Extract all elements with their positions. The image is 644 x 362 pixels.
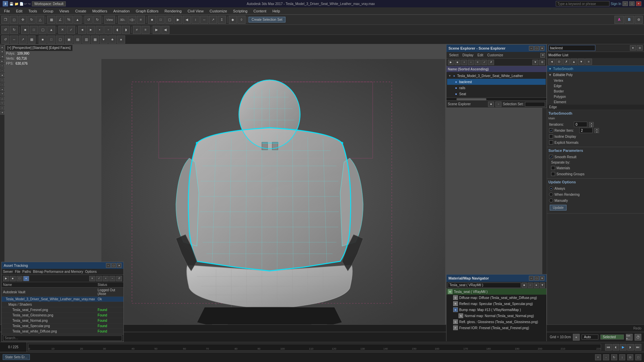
left-tool-2[interactable]: ▼ [0, 50, 4, 54]
tb2-15[interactable]: ≠ [133, 26, 141, 34]
mat-bump[interactable]: B Bump map: Map #13 ( VRayNormalMap ) [446, 307, 546, 313]
se-edit-menu[interactable]: Edit [476, 53, 485, 57]
sign-in-btn[interactable]: Sign In [611, 2, 621, 6]
tool5[interactable]: ◀ [183, 16, 191, 24]
add-time-btn[interactable]: ⏱ [635, 334, 641, 341]
vp-field-of-view[interactable]: ⊙ [627, 354, 633, 360]
edpoly-polygon[interactable]: Polygon [547, 94, 644, 99]
set-key-btn[interactable]: Set K... [626, 334, 633, 341]
mat-diffuse[interactable]: D Diffuse map: Diffuse (Tesla_seat_white… [446, 295, 546, 301]
pb-next[interactable]: ⏵ [627, 344, 634, 351]
se-close-btn[interactable]: ✕ [540, 53, 545, 58]
tool7[interactable]: ↔ [200, 16, 208, 24]
vp-orbit-btn[interactable]: ↺ [1, 36, 9, 44]
menu-rendering[interactable]: Rendering [162, 8, 184, 14]
left-tool-4[interactable]: ► [0, 59, 4, 63]
render-iters-down[interactable]: ▾ [594, 131, 599, 133]
tool2[interactable]: □ [157, 16, 165, 24]
left-tool-10[interactable]: ● [0, 87, 4, 91]
tb2-16[interactable]: ≡ [142, 26, 150, 34]
tb2-1[interactable]: ↺ [1, 26, 9, 34]
asset-row-4[interactable]: Tesla_seat_Glossiness.png Found [2, 313, 123, 318]
at-tb-1[interactable]: ▶ [3, 276, 9, 281]
vp-zoom-out[interactable]: - [603, 354, 609, 360]
se-tb-3[interactable]: + [461, 60, 467, 65]
left-tool-6[interactable]: − [0, 68, 4, 72]
tb2-18[interactable]: ◀ [161, 26, 169, 34]
tb2-14[interactable]: ◗ [122, 26, 130, 34]
render-btn[interactable]: A [614, 16, 624, 24]
scene-explorer-restore[interactable]: □ [534, 46, 539, 51]
vp-2[interactable]: □ [47, 36, 55, 44]
tb2-7[interactable]: ✕ [58, 26, 66, 34]
left-tool-3[interactable]: ◄ [0, 54, 4, 58]
at-tb-4[interactable]: ● [23, 276, 29, 281]
create-selection-btn[interactable]: Create Selection Set [249, 17, 285, 22]
pb-end[interactable]: ⏭ [635, 344, 641, 351]
menu-animation[interactable]: Animation [111, 8, 132, 14]
menu-scripting[interactable]: Scripting [230, 8, 250, 14]
render-iters-checkbox[interactable]: ✓ [549, 128, 553, 132]
left-tool-5[interactable]: + [0, 64, 4, 68]
at-tb-9[interactable]: ↺ [116, 276, 122, 281]
menu-file[interactable]: File [1, 8, 13, 14]
search-input[interactable] [556, 1, 609, 6]
at-minimize[interactable]: − [106, 263, 111, 268]
edpoly-border[interactable]: Border [547, 88, 644, 94]
mat-fresnel[interactable]: F Fresnel IOR: Fresnel (Tesla_seat_Fresn… [446, 325, 546, 331]
mirror-btn[interactable]: ◁▷ [128, 16, 136, 24]
tb2-4[interactable]: □ [30, 26, 38, 34]
coord-icon[interactable]: + [573, 334, 580, 341]
menu-tools[interactable]: Tools [26, 8, 40, 14]
move-btn[interactable]: ✜ [19, 16, 27, 24]
at-menu-server[interactable]: Server [3, 270, 13, 274]
tree-root[interactable]: ▼ ● Tesla_Model_3_Driver_Seat_White_Leat… [447, 73, 546, 79]
mc-bulb-btn[interactable]: ⊙ [556, 59, 562, 65]
manually-radio[interactable] [549, 198, 553, 202]
tb2-9[interactable]: ◄ [78, 26, 86, 34]
mc-trash-btn[interactable]: ✗ [563, 59, 570, 65]
turbosmoooth-modifier[interactable]: ▼ TurboSmooth [547, 66, 644, 72]
render-setup-btn[interactable]: ⚙ [635, 16, 643, 24]
scene-tree-scrollbar[interactable] [446, 98, 546, 100]
menu-group[interactable]: Group [40, 8, 56, 14]
iterations-up[interactable]: ▴ [589, 122, 594, 124]
menu-create[interactable]: Create [72, 8, 89, 14]
at-tb-3[interactable]: □ [16, 276, 22, 281]
menu-graph-editors[interactable]: Graph Editors [133, 8, 161, 14]
tb2-8[interactable]: ✓ [67, 26, 75, 34]
mc-up-btn[interactable]: ▲ [571, 59, 577, 65]
select-btn[interactable]: ❐ [1, 16, 9, 24]
pb-play[interactable]: ▶ [620, 344, 627, 351]
asset-row-3[interactable]: Tesla_seat_Fresnel.png Found [2, 307, 123, 313]
minimize-btn[interactable]: – [623, 1, 628, 6]
at-tb-7[interactable]: + [103, 276, 109, 281]
left-tool-8[interactable]: □ [0, 78, 4, 82]
tool10[interactable]: ◆ [229, 16, 237, 24]
scene-explorer-close[interactable]: ✕ [540, 46, 544, 51]
tool4[interactable]: ▶ [174, 16, 182, 24]
isoline-checkbox[interactable] [549, 134, 553, 138]
tb2-10[interactable]: ► [87, 26, 95, 34]
mat-nav-minimize[interactable]: − [529, 276, 534, 281]
pb-start[interactable]: ⏮ [605, 344, 612, 351]
mc-pin-btn[interactable]: ◄ [548, 59, 555, 65]
at-menu-options[interactable]: Options [85, 270, 97, 274]
menu-modifiers[interactable]: Modifiers [90, 8, 110, 14]
timeline-track[interactable]: 0 10 20 30 40 50 60 70 80 90 100 110 120… [28, 344, 601, 351]
mat-reflect[interactable]: R Reflect map: Specular (Tesla_seat_Spec… [446, 301, 546, 307]
tb2-12[interactable]: ▫ [104, 26, 112, 34]
left-tool-1[interactable]: ▲ [0, 45, 4, 49]
tree-rails[interactable]: ■ rails [447, 85, 546, 91]
vp-1[interactable]: ■ [39, 36, 47, 44]
mat-name-field[interactable] [448, 283, 521, 288]
vp-6[interactable]: ▥ [82, 36, 90, 44]
vp-pan-btn[interactable]: ↔ [10, 36, 18, 44]
menu-civil-view[interactable]: Civil View [185, 8, 206, 14]
menu-edit[interactable]: Edit [13, 8, 25, 14]
undo-btn[interactable]: ↺ [85, 16, 93, 24]
vp-9[interactable]: ♣ [108, 36, 116, 44]
editable-poly-modifier[interactable]: ▼ Editable Poly [547, 72, 644, 78]
se-tb-filter[interactable]: ▼ [532, 60, 538, 65]
tool8[interactable]: ↗ [209, 16, 217, 24]
